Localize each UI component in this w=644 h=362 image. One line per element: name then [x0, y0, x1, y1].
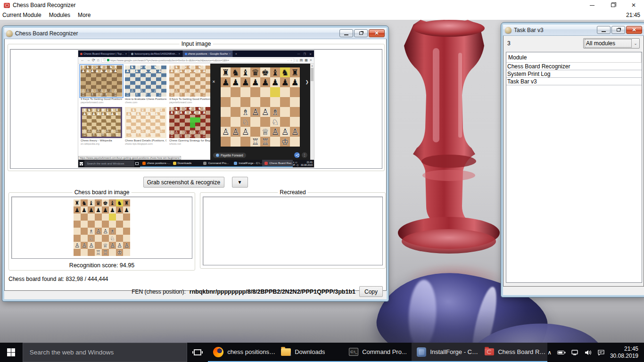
taskbar-app-chessapp[interactable]: Chess Board Rec... — [479, 343, 547, 362]
browser-tab[interactable]: botcompany.de/files/1400268/sh...✕ — [129, 50, 182, 57]
copy-fen-button[interactable]: Copy — [359, 286, 383, 297]
task-view-button[interactable] — [187, 343, 208, 362]
square-a5 — [221, 97, 231, 107]
minimize-button[interactable] — [339, 29, 353, 37]
image-preview-lightbox: ✕ ❯ ♜♞♝♛♚♝♞♜♟♟♟♟♟♟♟♟♗♙♙♗♘♘♙♙♙♕♙♙♙♖♖♔ Pay… — [210, 64, 310, 160]
square-h3 — [290, 117, 300, 127]
piece-r: ♜ — [222, 68, 229, 77]
minimize-icon — [590, 5, 594, 6]
image-result[interactable]: ♜♞♝♛♚♝♞♜♟♟♟♟♟♟♟♟♙♙♙♙♙♙♙♙♖♘♗♕♔♗♘♖Chess th… — [81, 107, 122, 146]
module-filter-dropdown[interactable]: All modules ⌄ — [583, 38, 640, 49]
source-site-button[interactable]: Payette Forward — [213, 153, 246, 158]
home-icon[interactable]: ⌂ — [97, 58, 99, 62]
image-result[interactable]: ♜♞♝♛♚♝♞♜♟♟♟♟♟♟♟♟♙♙♙♙♙♙♙♙♖♘♗♕♔♗♘♖Chess Op… — [169, 107, 211, 146]
square-c6 — [240, 87, 250, 97]
close-button[interactable]: ✕ — [369, 29, 385, 37]
module-row[interactable]: Task Bar v3 — [506, 78, 642, 85]
action-center-icon[interactable] — [598, 350, 604, 355]
back-icon[interactable]: ← — [81, 58, 84, 62]
menu-item-modules[interactable]: Modules — [45, 11, 74, 19]
grab-options-dropdown-button[interactable]: ▼ — [232, 177, 248, 188]
square-h5 — [290, 97, 300, 107]
piece-b: ♝ — [271, 68, 279, 77]
image-result[interactable]: ♜♞♝♛♚♝♞♜♟♟♟♟♟♟♟♟♙♙♙♙♙♙♙♙♖♘♗♕♔♗♘♖Chess Bo… — [125, 107, 166, 146]
piece-p: ♟ — [117, 207, 122, 213]
square-f6 — [109, 214, 116, 221]
browser-tab[interactable]: Chess Board Recognizer | Top...✕ — [78, 50, 129, 57]
square-d7: ♟ — [250, 77, 260, 87]
address-bar[interactable]: ⓘ https://www.google.com/search?q=chess+… — [101, 58, 295, 63]
start-button[interactable] — [0, 343, 23, 362]
mini-tray-icons: ∧ ▭ 🗗 ◁) — [293, 161, 299, 166]
network-icon[interactable] — [571, 350, 579, 355]
thumbnail-pieces: ♟♟♟♟♟♟♟♟ — [125, 69, 166, 73]
piece-p: ♟ — [89, 207, 94, 213]
forward-icon[interactable]: → — [86, 58, 90, 62]
module-row[interactable]: System Print Log — [506, 70, 642, 78]
square-g5 — [280, 97, 290, 107]
menu-item-current-module[interactable]: Current Module — [0, 11, 45, 19]
module-row[interactable]: Chess Board Recognizer — [506, 63, 642, 70]
piece-R: ♖ — [251, 138, 259, 146]
minimize-button[interactable] — [582, 0, 603, 10]
more-options-icon[interactable]: ⋮ — [302, 152, 307, 158]
image-result[interactable]: ♜♞♝♛♚♝♞♜♟♟♟♟♟♟♟♟♙♙♙♙♙♙♙♙♖♘♗♕♔♗♘♖How to E… — [125, 66, 166, 104]
chess-board-in-image-group: Chess board in image ♜♞♝♛♚♝♞♜♟♟♟♟♟♟♟♟♗♙♙… — [8, 192, 195, 271]
square-e1: ♖ — [260, 137, 270, 147]
tab-close-icon[interactable]: ✕ — [178, 52, 180, 55]
taskbar-app-label: chess positions -... — [227, 348, 276, 355]
tray-chevron-icon[interactable]: ∧ — [547, 349, 552, 356]
browser-tab[interactable]: chess positions - Google-Suche✕ — [183, 50, 233, 57]
page-scrollbar[interactable]: ▲ — [310, 64, 314, 160]
battery-icon[interactable] — [557, 350, 566, 355]
square-e7: ♟ — [102, 206, 109, 214]
close-button[interactable]: ✕ — [626, 26, 642, 34]
new-tab-button[interactable]: + — [233, 50, 239, 57]
image-result[interactable]: ♜♞♝♛♚♝♞♜♟♟♟♟♟♟♟♟♙♙♙♙♙♙♙♙♖♘♗♕♔♗♘♖3 Keys T… — [169, 66, 211, 104]
taskbar-v3-titlebar[interactable]: Task Bar v3 ✕ — [503, 25, 644, 36]
square-c3: ♘ — [240, 117, 250, 127]
image-result[interactable]: ♜♞♝♛♚♝♞♜♟♟♟♟♟♟♟♟♙♙♙♙♙♙♙♙♖♘♗♕♔♗♘♖3 Keys T… — [81, 66, 122, 104]
square-h1 — [123, 249, 130, 256]
taskbar-app-cmd[interactable]: C:\_Command Pro... — [344, 343, 412, 362]
chevron-down-icon: ⌄ — [632, 41, 639, 46]
scrollbar-thumb — [311, 68, 314, 81]
mini-app-label: Command Pro... — [208, 162, 229, 165]
square-d5 — [250, 97, 260, 107]
share-icon[interactable] — [294, 152, 300, 158]
result-caption: Chess theory - Wikipedia — [81, 139, 122, 142]
piece-b: ♝ — [110, 200, 115, 206]
menu-item-more[interactable]: More — [74, 11, 94, 19]
volume-icon[interactable] — [585, 350, 592, 355]
taskbar-app-firefox[interactable]: chess positions -... — [208, 343, 276, 362]
lightbox-next-icon[interactable]: ❯ — [305, 80, 309, 84]
close-icon: ✕ — [632, 27, 636, 33]
mini-app-label: Chess Board Rec... — [269, 162, 293, 165]
tab-title: chess positions - Google-Suche — [188, 52, 228, 55]
restore-button[interactable] — [354, 29, 368, 37]
taskbar-clock[interactable]: 21:45 30.08.2019 — [610, 346, 638, 360]
restore-button[interactable] — [603, 0, 623, 10]
tab-close-icon[interactable]: ✕ — [229, 52, 231, 55]
taskbar-app-installforge[interactable]: InstallForge - C:\... — [412, 343, 479, 362]
square-h8: ♜ — [123, 199, 130, 206]
module-column-header[interactable]: Module — [506, 52, 642, 63]
square-g4 — [280, 107, 290, 117]
preview-chess-board[interactable]: ♜♞♝♛♚♝♞♜♟♟♟♟♟♟♟♟♗♙♙♗♘♘♙♙♙♕♙♙♙♖♖♔ — [221, 67, 300, 147]
square-f6 — [270, 87, 280, 97]
piece-p: ♟ — [241, 78, 249, 87]
recognizer-titlebar[interactable]: Chess Board Recognizer ✕ — [4, 28, 387, 39]
taskbar-app-label: Downloads — [295, 348, 325, 355]
reload-icon[interactable]: ⟳ — [92, 58, 95, 62]
square-f1 — [109, 249, 116, 256]
taskbar-search-box[interactable]: Search the web and Windows — [23, 343, 188, 362]
browser-tab-bar: Chess Board Recognizer | Top...✕botcompa… — [78, 50, 314, 57]
close-button[interactable]: ✕ — [623, 0, 644, 10]
restore-button[interactable] — [611, 26, 625, 34]
grab-screenshot-button[interactable]: Grab screenshot & recognize — [143, 177, 224, 188]
lightbox-close-icon[interactable]: ✕ — [212, 80, 215, 84]
taskbar-app-folder[interactable]: Downloads — [276, 343, 344, 362]
tab-close-icon[interactable]: ✕ — [125, 52, 127, 55]
result-caption: Chess Board Details (Positions, C... — [125, 139, 166, 142]
minimize-button[interactable] — [597, 26, 611, 34]
